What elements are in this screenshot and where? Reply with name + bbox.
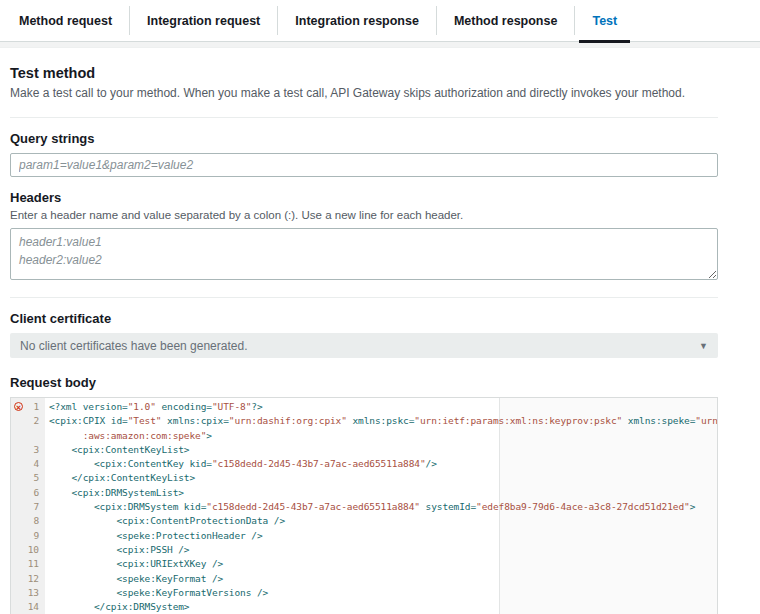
code-line: 11 <cpix:URIExtXKey /> bbox=[11, 557, 717, 571]
page-description: Make a test call to your method. When yo… bbox=[10, 86, 718, 100]
line-number: 11 bbox=[11, 557, 45, 571]
code-line-wrap: :aws:amazon:com:speke"> bbox=[11, 429, 717, 443]
tab-gap-strip bbox=[0, 42, 760, 48]
client-certificate-value: No client certificates have been generat… bbox=[20, 339, 247, 353]
line-number: 6 bbox=[11, 486, 45, 500]
code-line: 14 </cpix:DRMSystem> bbox=[11, 600, 717, 614]
headers-description: Enter a header name and value separated … bbox=[10, 209, 718, 221]
code-line: 13 <speke:KeyFormatVersions /> bbox=[11, 586, 717, 600]
code-rows: ✕1<?xml version="1.0" encoding="UTF-8"?>… bbox=[11, 398, 717, 614]
tab-integration-response[interactable]: Integration response bbox=[277, 6, 436, 35]
page-title: Test method bbox=[10, 65, 718, 81]
code-line: 2<cpix:CPIX id="Test" xmlns:cpix="urn:da… bbox=[11, 414, 717, 428]
code-line: 4 <cpix:ContentKey kid="c158dedd-2d45-43… bbox=[11, 457, 717, 471]
request-body-label: Request body bbox=[10, 375, 718, 390]
code-line: 12 <speke:KeyFormat /> bbox=[11, 572, 717, 586]
test-panel: Test method Make a test call to your met… bbox=[0, 65, 760, 614]
tab-method-response[interactable]: Method response bbox=[436, 6, 575, 35]
code-line: 7 <cpix:DRMSystem kid="c158dedd-2d45-43b… bbox=[11, 500, 717, 514]
code-line: 9 <speke:ProtectionHeader /> bbox=[11, 529, 717, 543]
query-strings-input[interactable] bbox=[10, 153, 718, 177]
tab-test[interactable]: Test bbox=[574, 6, 634, 35]
client-certificate-select[interactable]: No client certificates have been generat… bbox=[10, 333, 718, 358]
code-line: ✕1<?xml version="1.0" encoding="UTF-8"?> bbox=[11, 400, 717, 414]
line-number: 14 bbox=[11, 600, 45, 614]
headers-input[interactable] bbox=[10, 228, 718, 280]
tab-method-request[interactable]: Method request bbox=[2, 6, 129, 35]
code-line: 10 <cpix:PSSH /> bbox=[11, 543, 717, 557]
client-certificate-label: Client certificate bbox=[10, 311, 718, 326]
line-number: 2 bbox=[11, 414, 45, 428]
code-line: 3 <cpix:ContentKeyList> bbox=[11, 443, 717, 457]
line-number: 12 bbox=[11, 572, 45, 586]
line-number: 4 bbox=[11, 457, 45, 471]
error-icon: ✕ bbox=[14, 402, 23, 411]
line-number: 3 bbox=[11, 443, 45, 457]
divider bbox=[10, 297, 718, 298]
request-body-editor[interactable]: ✕1<?xml version="1.0" encoding="UTF-8"?>… bbox=[10, 397, 718, 614]
line-number: 7 bbox=[11, 500, 45, 514]
line-number: 8 bbox=[11, 514, 45, 528]
tab-bar: Method requestIntegration requestIntegra… bbox=[0, 0, 760, 42]
tab-integration-request[interactable]: Integration request bbox=[129, 6, 277, 35]
line-number: 13 bbox=[11, 586, 45, 600]
line-number: 10 bbox=[11, 543, 45, 557]
divider bbox=[10, 117, 718, 118]
line-number bbox=[11, 429, 45, 443]
code-line: 8 <cpix:ContentProtectionData /> bbox=[11, 514, 717, 528]
chevron-down-icon: ▼ bbox=[699, 341, 708, 351]
headers-label: Headers bbox=[10, 190, 718, 205]
line-number: 9 bbox=[11, 529, 45, 543]
query-strings-label: Query strings bbox=[10, 131, 718, 146]
code-line: 6 <cpix:DRMSystemList> bbox=[11, 486, 717, 500]
line-number: 5 bbox=[11, 471, 45, 485]
code-line: 5 </cpix:ContentKeyList> bbox=[11, 471, 717, 485]
line-number: ✕1 bbox=[11, 400, 45, 414]
